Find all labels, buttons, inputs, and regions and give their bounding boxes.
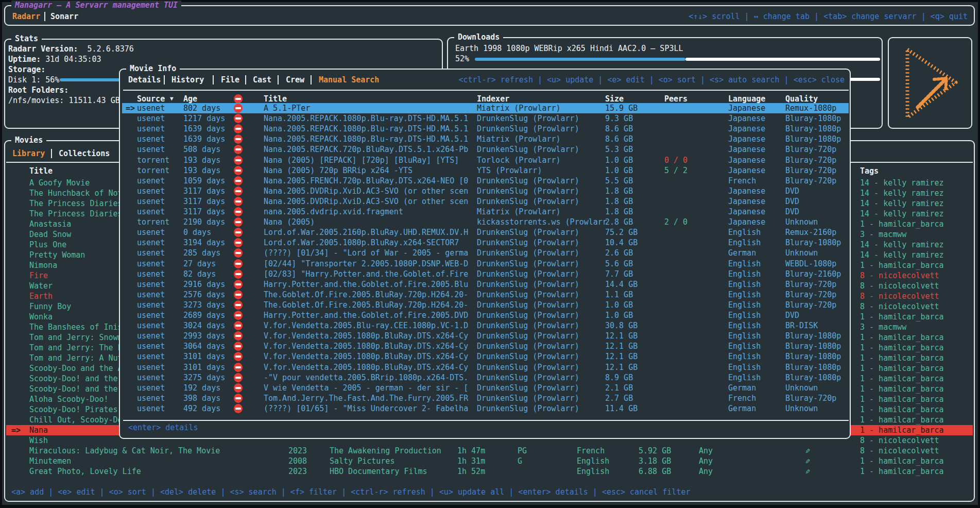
movies-tab-collections[interactable]: Collections	[59, 148, 110, 159]
rejected-icon	[234, 311, 243, 320]
release-row[interactable]: usenet3117 daysnana.2005.dvdrip.xvid.fra…	[120, 207, 850, 217]
column-header-peers[interactable]: Peers	[664, 94, 687, 104]
release-row[interactable]: usenet3117 daysNana.2005.DVDRip.XviD.AC3…	[120, 196, 850, 207]
stats-version-line: Radarr Version: 5.2.6.8376	[8, 44, 134, 54]
modal-tab-file[interactable]: File	[221, 75, 239, 85]
release-age-cell: 193 days	[183, 165, 220, 176]
release-size-cell: 1.0 GB	[605, 165, 633, 176]
movie-row[interactable]: Minutemen2008Salty Pictures1h 31mGEnglis…	[5, 456, 974, 466]
release-row[interactable]: torrent193 daysNana (2005) [REPACK] [720…	[120, 155, 850, 165]
release-row[interactable]: usenet3101 daysV.for.Vendetta.2005.1080p…	[120, 362, 850, 372]
release-size-cell: 75.2 GB	[605, 227, 638, 238]
movies-tab-library[interactable]: Library	[12, 148, 45, 159]
column-header-source[interactable]: Source	[137, 94, 165, 104]
release-row[interactable]: usenet1217 daysNana.2005.REPACK.1080p.Bl…	[120, 113, 850, 124]
release-size-cell: 7.7 GB	[605, 269, 633, 279]
column-header-age[interactable]: Age	[183, 94, 197, 104]
release-row[interactable]: usenet508 daysNana.2005.REPACK.720p.BluR…	[120, 144, 850, 155]
release-row[interactable]: torrent2190 daysNana (2005)kickasstorren…	[120, 217, 850, 227]
release-title-cell: Nana.2005.DVDRip.XviD.AC3-SVO (or other …	[264, 196, 468, 207]
tag-icon: ✎	[805, 456, 810, 466]
release-row[interactable]: usenet492 days(????) [01/65] - "Miss Und…	[120, 403, 850, 414]
release-row[interactable]: usenet1059 daysNana.2005.FRENCH.720p.Blu…	[120, 176, 850, 186]
release-row[interactable]: usenet3194 daysLord.of.War.2005.1080p.Bl…	[120, 238, 850, 248]
release-language-cell: English	[728, 227, 761, 238]
release-title-cell: Nana.2005.REPACK.1080p.Blu-ray.DTS-HD.MA…	[264, 124, 468, 134]
movie-row[interactable]: Great Photo, Lovely Life2023HBO Document…	[5, 466, 974, 477]
release-row[interactable]: torrent193 daysNana (2005) 720p BRRip x2…	[120, 165, 850, 176]
release-title-cell: V.for.Vendetta.2005.1080p.BluRay.DTS.x26…	[264, 331, 468, 341]
release-quality-cell: Bluray-2160p	[785, 269, 841, 279]
column-header-language[interactable]: Language	[728, 94, 765, 104]
release-age-cell: 398 days	[183, 393, 220, 403]
release-indexer-cell: DrunkenSlug (Prowlarr)	[477, 383, 579, 393]
movie-tag-cell: 1 - hamilcar_barca	[860, 332, 944, 343]
release-age-cell: 3117 days	[183, 186, 225, 196]
release-row[interactable]: usenet1639 daysNana.2005.REPACK.1080p.Bl…	[120, 134, 850, 144]
release-row[interactable]: usenet2576 daysThe.Goblet.Of.Fire.2005.B…	[120, 290, 850, 300]
movies-title: Movies	[11, 136, 46, 145]
release-row[interactable]: usenet3275 days-"V pour vendetta.2005.BR…	[120, 372, 850, 383]
release-row[interactable]: usenet3117 daysNana.2005.DVDRip.XviD.AC3…	[120, 186, 850, 196]
release-row[interactable]: usenet3273 daysThe.Goblet.Of.Fire.2005.B…	[120, 300, 850, 310]
release-age-cell: 3117 days	[183, 207, 225, 217]
release-language-cell: English	[728, 320, 761, 331]
release-title-cell: Nana.2005.REPACK.720p.BluRay.DTS.5.1.x26…	[264, 144, 468, 155]
release-row[interactable]: usenet27 days[02/44] "Transporter 2.2005…	[120, 259, 850, 269]
release-title-cell: [02/44] "Transporter 2.2005.1080P.DSNP.W…	[264, 259, 468, 269]
release-row[interactable]: usenet192 daysV wie Vendetta - 2005 - ge…	[120, 383, 850, 393]
release-language-cell: Japanese	[728, 165, 765, 176]
release-indexer-cell: DrunkenSlug (Prowlarr)	[477, 393, 579, 403]
release-row[interactable]: usenet2993 daysV.for.Vendetta.2005.1080p…	[120, 331, 850, 341]
release-row[interactable]: usenet3064 daysV.for.Vendetta.2005.1080p…	[120, 341, 850, 351]
movie-title-cell: Nana	[29, 425, 48, 435]
column-header-size[interactable]: Size	[605, 94, 624, 104]
release-peers-cell: 5 / 2	[664, 165, 687, 176]
column-header-indexer[interactable]: Indexer	[477, 94, 509, 104]
column-header-title[interactable]: Title	[264, 94, 287, 104]
rejected-icon	[234, 228, 243, 237]
movie-title-cell: Aloha Scooby-Doo!	[29, 394, 109, 404]
modal-tab-crew[interactable]: Crew	[286, 75, 304, 85]
movie-title-cell: Dead Snow	[29, 229, 71, 240]
stats-uptime-line: Uptime: 31d 04:35:03	[8, 54, 101, 64]
movie-tag-cell: 1 - hamilcar_barca	[860, 384, 944, 394]
release-language-cell: English	[728, 238, 761, 248]
rejected-icon	[234, 352, 243, 361]
release-row[interactable]: usenet2916 daysHarry.Potter.and.the.Gobl…	[120, 279, 850, 290]
release-row[interactable]: usenet1639 daysNana.2005.REPACK.1080p.Bl…	[120, 124, 850, 134]
modal-tab-details[interactable]: Details	[128, 75, 161, 85]
modal-tab-manual-search[interactable]: Manual Search	[319, 75, 379, 85]
servarr-tab-sonarr[interactable]: Sonarr	[50, 11, 78, 22]
release-age-cell: 802 days	[183, 103, 220, 113]
release-row[interactable]: usenet3024 daysV.for.Vendetta.2005.Blu-r…	[120, 320, 850, 331]
release-age-cell: 2689 days	[183, 310, 225, 320]
movie-title-cell: Tom and Jerry: A Nutc	[29, 353, 127, 363]
release-row[interactable]: =>usenet802 daysA 5.1-PTerMiatrix (Prowl…	[120, 103, 850, 113]
release-row[interactable]: usenet285 days(????) [01/34] - "Lord of …	[120, 248, 850, 258]
movie-language-cell: English	[577, 456, 609, 466]
movie-title-cell: Chill Out, Scooby-Doo	[29, 415, 127, 425]
movie-title-cell: Water	[29, 281, 53, 291]
movie-title-cell: Miraculous: Ladybug & Cat Noir, The Movi…	[29, 446, 220, 456]
column-header-quality[interactable]: Quality	[785, 94, 818, 104]
release-row[interactable]: usenet398 daysTom.And.Jerry.The.Fast.And…	[120, 393, 850, 403]
release-language-cell: Japanese	[728, 124, 765, 134]
movie-row[interactable]: Miraculous: Ladybug & Cat Noir, The Movi…	[5, 446, 974, 456]
release-size-cell: 1.8 GB	[605, 196, 633, 207]
release-size-cell: 1.0 GB	[605, 155, 633, 165]
servarr-tab-radarr[interactable]: Radarr	[12, 11, 40, 22]
release-language-cell: Japanese	[728, 134, 765, 144]
movie-tag-cell: 14 - kelly ramirez	[860, 188, 944, 198]
rejected-icon	[234, 248, 243, 258]
release-source-cell: usenet	[137, 403, 165, 414]
release-row[interactable]: usenet2689 daysHarry.Potter.and.the.Gobl…	[120, 310, 850, 320]
modal-tab-history[interactable]: History	[171, 75, 204, 85]
rejected-icon	[234, 94, 243, 104]
release-row[interactable]: usenet3101 daysV.for.Vendetta.2005.1080p…	[120, 351, 850, 362]
modal-tab-cast[interactable]: Cast	[253, 75, 271, 85]
release-row[interactable]: usenet0 daysLord.of.War.2005.2160p.BluRa…	[120, 227, 850, 238]
movie-title-cell: Scooby-Doo! and the M	[29, 384, 127, 394]
release-row[interactable]: usenet82 days[02/83] "Harry.Potter.and.t…	[120, 269, 850, 279]
selection-arrow: =>	[126, 103, 135, 113]
